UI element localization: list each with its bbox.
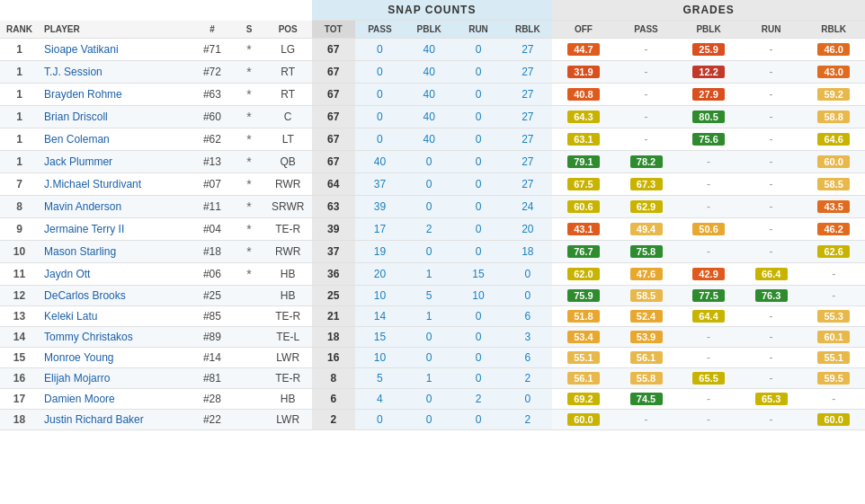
grade-badge: 65.3 bbox=[755, 393, 788, 405]
snap-pblk-cell: 0 bbox=[405, 151, 454, 173]
snap-run-cell: 0 bbox=[454, 241, 504, 263]
table-row: 13 Keleki Latu #85 TE-R 21 14 1 0 6 51.8… bbox=[0, 306, 865, 327]
num-cell: #07 bbox=[191, 173, 234, 196]
starter-cell: * bbox=[234, 39, 264, 61]
rank-cell: 1 bbox=[0, 84, 39, 106]
player-name[interactable]: Damien Moore bbox=[39, 389, 191, 410]
grade-badge: 27.9 bbox=[692, 88, 725, 101]
pos-cell: TE-R bbox=[264, 218, 312, 241]
snap-pblk-cell: 40 bbox=[405, 106, 454, 128]
pblk-grade-cell: - bbox=[677, 327, 740, 348]
snap-pblk-cell: 0 bbox=[405, 348, 454, 368]
off-grade-cell: 31.9 bbox=[552, 61, 615, 84]
run-grade-cell: - bbox=[740, 410, 803, 430]
grade-badge: 80.5 bbox=[692, 111, 725, 123]
off-grade-cell: 44.7 bbox=[552, 39, 615, 61]
run-grade-cell: - bbox=[740, 151, 803, 173]
snap-pass-cell: 19 bbox=[355, 241, 405, 263]
snap-rblk-header: RBLK bbox=[503, 21, 552, 39]
pass-grade-cell: 55.8 bbox=[615, 368, 678, 389]
player-name[interactable]: Mavin Anderson bbox=[39, 196, 191, 218]
rank-cell: 1 bbox=[0, 151, 39, 173]
snap-rblk-cell: 18 bbox=[503, 241, 552, 263]
snap-run-cell: 0 bbox=[454, 84, 504, 106]
num-cell: #04 bbox=[191, 218, 234, 241]
num-cell: #85 bbox=[191, 306, 234, 327]
player-name[interactable]: DeCarlos Brooks bbox=[39, 286, 191, 306]
pos-cell: HB bbox=[264, 389, 312, 410]
tot-cell: 6 bbox=[312, 389, 355, 410]
table-row: 14 Tommy Christakos #89 TE-L 18 15 0 0 3… bbox=[0, 327, 865, 348]
num-cell: #11 bbox=[191, 196, 234, 218]
pblk-grade-cell: 42.9 bbox=[677, 263, 740, 286]
snap-run-cell: 0 bbox=[454, 106, 504, 128]
snap-run-cell: 0 bbox=[454, 327, 504, 348]
run-grade-cell: - bbox=[740, 327, 803, 348]
player-name[interactable]: Justin Richard Baker bbox=[39, 410, 191, 430]
pass-grade-cell: 78.2 bbox=[615, 151, 678, 173]
grade-badge: 42.9 bbox=[692, 268, 725, 280]
player-name[interactable]: J.Michael Sturdivant bbox=[39, 173, 191, 196]
player-name[interactable]: Jack Plummer bbox=[39, 151, 191, 173]
snap-pass-cell: 15 bbox=[355, 327, 405, 348]
pos-cell: LG bbox=[264, 39, 312, 61]
pblk-grade-cell: - bbox=[677, 389, 740, 410]
snap-pblk-cell: 40 bbox=[405, 84, 454, 106]
player-name[interactable]: Sioape Vatikani bbox=[39, 39, 191, 61]
rank-cell: 1 bbox=[0, 128, 39, 151]
snap-pblk-cell: 2 bbox=[405, 218, 454, 241]
player-name[interactable]: Brayden Rohme bbox=[39, 84, 191, 106]
snap-pass-cell: 5 bbox=[355, 368, 405, 389]
player-name[interactable]: Keleki Latu bbox=[39, 306, 191, 327]
player-name[interactable]: Ben Coleman bbox=[39, 128, 191, 151]
player-name[interactable]: Brian Driscoll bbox=[39, 106, 191, 128]
rank-cell: 1 bbox=[0, 39, 39, 61]
player-name[interactable]: Elijah Mojarro bbox=[39, 368, 191, 389]
starter-cell bbox=[234, 368, 264, 389]
pass-grade-cell: 47.6 bbox=[615, 263, 678, 286]
snap-pblk-cell: 0 bbox=[405, 196, 454, 218]
starter-cell: * bbox=[234, 241, 264, 263]
table-row: 10 Mason Starling #18 * RWR 37 19 0 0 18… bbox=[0, 241, 865, 263]
grade-badge: 64.4 bbox=[692, 310, 725, 323]
grades-header: GRADES bbox=[552, 0, 865, 21]
player-name[interactable]: Jermaine Terry II bbox=[39, 218, 191, 241]
player-name[interactable]: Tommy Christakos bbox=[39, 327, 191, 348]
snap-rblk-cell: 0 bbox=[503, 263, 552, 286]
snap-pass-cell: 10 bbox=[355, 348, 405, 368]
pblk-grade-cell: - bbox=[677, 173, 740, 196]
snap-pass-cell: 0 bbox=[355, 410, 405, 430]
snap-rblk-cell: 27 bbox=[503, 106, 552, 128]
player-name[interactable]: Mason Starling bbox=[39, 241, 191, 263]
table-row: 16 Elijah Mojarro #81 TE-R 8 5 1 0 2 56.… bbox=[0, 368, 865, 389]
snap-rblk-cell: 6 bbox=[503, 306, 552, 327]
player-name[interactable]: Monroe Young bbox=[39, 348, 191, 368]
rblk-grade-cell: - bbox=[802, 389, 865, 410]
player-name[interactable]: T.J. Session bbox=[39, 61, 191, 84]
grade-badge: 78.2 bbox=[630, 155, 663, 168]
snap-run-cell: 0 bbox=[454, 61, 504, 84]
snap-counts-table: SNAP COUNTS GRADES RANK PLAYER # S POS T… bbox=[0, 0, 865, 430]
starter-cell: * bbox=[234, 151, 264, 173]
rank-cell: 14 bbox=[0, 327, 39, 348]
grade-badge: 55.8 bbox=[630, 372, 663, 385]
rblk-grade-cell: 62.6 bbox=[802, 241, 865, 263]
snap-run-cell: 0 bbox=[454, 39, 504, 61]
off-grade-cell: 69.2 bbox=[552, 389, 615, 410]
pass-grade-cell: - bbox=[615, 84, 678, 106]
snap-counts-header: SNAP COUNTS bbox=[312, 0, 553, 21]
snap-pblk-cell: 1 bbox=[405, 368, 454, 389]
rblk-grade-cell: 43.5 bbox=[802, 196, 865, 218]
player-name[interactable]: Jaydn Ott bbox=[39, 263, 191, 286]
tot-header: TOT bbox=[312, 21, 355, 39]
grade-badge: 55.3 bbox=[817, 310, 850, 323]
starter-cell bbox=[234, 327, 264, 348]
pass-grade-cell: 49.4 bbox=[615, 218, 678, 241]
starter-cell bbox=[234, 306, 264, 327]
off-header: OFF bbox=[552, 21, 615, 39]
table-row: 12 DeCarlos Brooks #25 HB 25 10 5 10 0 7… bbox=[0, 286, 865, 306]
snap-run-cell: 0 bbox=[454, 173, 504, 196]
table-row: 9 Jermaine Terry II #04 * TE-R 39 17 2 0… bbox=[0, 218, 865, 241]
pass-grade-cell: - bbox=[615, 128, 678, 151]
snap-pass-cell: 10 bbox=[355, 286, 405, 306]
